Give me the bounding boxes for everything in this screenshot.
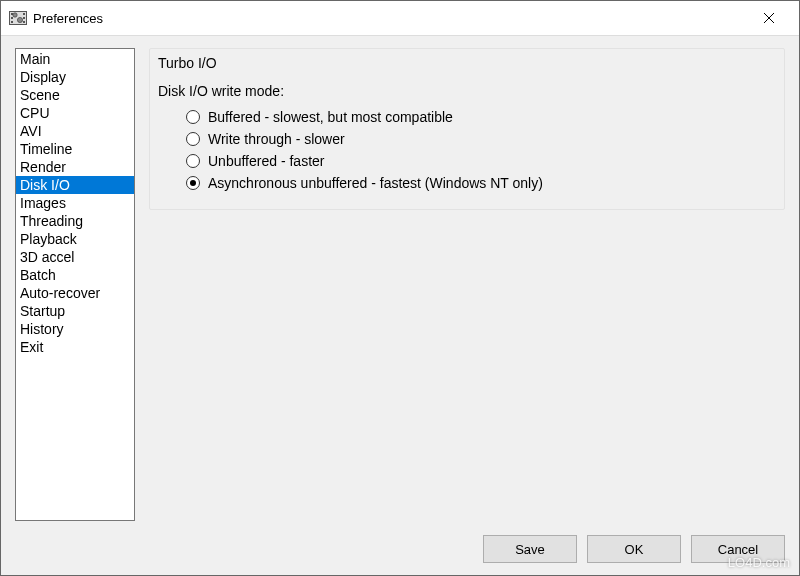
client-area: MainDisplaySceneCPUAVITimelineRenderDisk… (1, 35, 799, 575)
category-list[interactable]: MainDisplaySceneCPUAVITimelineRenderDisk… (15, 48, 135, 521)
preferences-window: Preferences MainDisplaySceneCPUAVITimeli… (0, 0, 800, 576)
cancel-button[interactable]: Cancel (691, 535, 785, 563)
radio-icon (186, 110, 200, 124)
sidebar-item[interactable]: AVI (16, 122, 134, 140)
sidebar-item[interactable]: Startup (16, 302, 134, 320)
radio-label: Buffered - slowest, but most compatible (208, 109, 453, 125)
app-icon (9, 9, 27, 27)
sidebar-item[interactable]: Disk I/O (16, 176, 134, 194)
radio-label: Unbuffered - faster (208, 153, 324, 169)
write-mode-option[interactable]: Asynchronous unbuffered - fastest (Windo… (186, 175, 778, 191)
titlebar: Preferences (1, 1, 799, 35)
write-mode-option[interactable]: Write through - slower (186, 131, 778, 147)
sidebar-item[interactable]: Render (16, 158, 134, 176)
sidebar-item[interactable]: Auto-recover (16, 284, 134, 302)
sidebar-item[interactable]: Batch (16, 266, 134, 284)
svg-rect-4 (23, 13, 25, 15)
radio-label: Write through - slower (208, 131, 345, 147)
close-button[interactable] (749, 4, 789, 32)
sidebar-item[interactable]: Exit (16, 338, 134, 356)
radio-icon (186, 176, 200, 190)
sidebar-item[interactable]: History (16, 320, 134, 338)
sidebar-item[interactable]: 3D accel (16, 248, 134, 266)
svg-rect-6 (23, 21, 25, 23)
svg-rect-2 (11, 17, 13, 19)
window-title: Preferences (33, 11, 749, 26)
settings-panel: Turbo I/O Disk I/O write mode: Buffered … (149, 48, 785, 521)
sidebar-item[interactable]: Playback (16, 230, 134, 248)
svg-point-7 (13, 13, 17, 17)
radio-icon (186, 154, 200, 168)
svg-point-8 (17, 17, 22, 22)
svg-rect-3 (11, 21, 13, 23)
panel-heading: Turbo I/O (158, 55, 778, 71)
radio-icon (186, 132, 200, 146)
sidebar-item[interactable]: Timeline (16, 140, 134, 158)
sidebar-item[interactable]: Main (16, 50, 134, 68)
dialog-buttons: Save OK Cancel (15, 521, 785, 563)
sidebar-item[interactable]: Scene (16, 86, 134, 104)
sidebar-item[interactable]: CPU (16, 104, 134, 122)
panel-subheading: Disk I/O write mode: (158, 83, 778, 99)
radio-label: Asynchronous unbuffered - fastest (Windo… (208, 175, 543, 191)
ok-button[interactable]: OK (587, 535, 681, 563)
write-mode-option[interactable]: Unbuffered - faster (186, 153, 778, 169)
svg-rect-5 (23, 17, 25, 19)
sidebar-item[interactable]: Display (16, 68, 134, 86)
sidebar-item[interactable]: Images (16, 194, 134, 212)
save-button[interactable]: Save (483, 535, 577, 563)
sidebar-item[interactable]: Threading (16, 212, 134, 230)
write-mode-radiogroup: Buffered - slowest, but most compatibleW… (186, 109, 778, 191)
write-mode-option[interactable]: Buffered - slowest, but most compatible (186, 109, 778, 125)
